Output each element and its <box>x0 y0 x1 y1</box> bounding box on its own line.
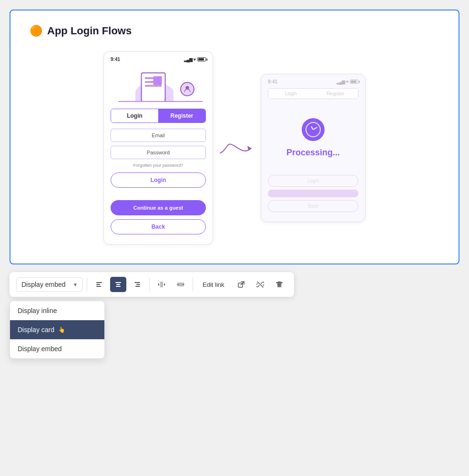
width-full-icon <box>177 281 184 288</box>
dropdown-item-inline[interactable]: Display inline <box>10 301 104 320</box>
svg-rect-9 <box>136 284 140 285</box>
svg-rect-17 <box>278 284 279 286</box>
phone-frame-2: 9:41 ▂▄▆ ▾ Login Register <box>261 74 366 222</box>
toolbar-divider-3 <box>193 278 193 291</box>
align-left-button[interactable] <box>91 277 107 292</box>
faded-tab-register: Register <box>313 89 358 99</box>
app-emoji: 🟠 <box>30 25 42 37</box>
delete-button[interactable] <box>271 277 287 292</box>
illus-person <box>180 82 194 96</box>
time-1: 9:41 <box>111 57 120 62</box>
password-field[interactable]: Password <box>111 146 206 159</box>
illus-line <box>118 101 203 102</box>
login-illustration <box>104 66 213 109</box>
dropdown-label: Display embed <box>21 281 66 288</box>
back-button-1[interactable]: Back <box>111 219 206 234</box>
clock-face <box>306 122 321 137</box>
toolbar-divider-2 <box>149 278 150 291</box>
svg-rect-13 <box>164 284 165 285</box>
login-button[interactable]: Login <box>111 172 206 188</box>
svg-rect-8 <box>134 282 140 283</box>
clock-hand-min <box>313 127 318 130</box>
statusbar-2: 9:41 ▂▄▆ ▾ <box>261 79 365 88</box>
faded-guest-btn <box>268 190 358 197</box>
faded-tab-row: Login Register <box>268 88 358 99</box>
unlink-button[interactable] <box>252 277 268 292</box>
statusbar-icons-1: ▂▄▆ ▾ <box>184 57 206 62</box>
open-link-button[interactable] <box>233 277 249 292</box>
width-narrow-icon <box>158 281 165 288</box>
align-center-icon <box>114 281 122 288</box>
illus-doc <box>141 72 166 102</box>
align-right-icon <box>133 281 141 288</box>
svg-rect-11 <box>160 282 163 287</box>
svg-rect-18 <box>279 284 280 286</box>
time-2: 9:41 <box>268 79 277 84</box>
email-field[interactable]: Email <box>111 129 206 142</box>
align-right-button[interactable] <box>129 277 145 292</box>
edit-link-button[interactable]: Edit link <box>197 277 230 292</box>
login-form: Login Register Email Password Forgotten … <box>104 109 213 192</box>
doc-line-3 <box>145 85 162 87</box>
faded-login-btn: Login <box>268 175 358 187</box>
svg-rect-10 <box>135 286 140 287</box>
align-left-icon <box>95 281 103 288</box>
processing-text: Processing... <box>286 148 340 158</box>
battery-icon <box>197 57 206 61</box>
svg-rect-12 <box>158 284 159 285</box>
svg-rect-6 <box>116 284 120 285</box>
align-center-button[interactable] <box>110 277 126 292</box>
doc-square <box>153 76 162 85</box>
toolbar-divider-1 <box>87 278 87 291</box>
svg-rect-3 <box>96 284 100 285</box>
toolbar: Display embed ▼ <box>10 272 294 297</box>
unlink-icon <box>256 281 264 288</box>
tab-row-1: Login Register <box>111 109 206 123</box>
chevron-down-icon: ▼ <box>73 282 78 287</box>
tab-register[interactable]: Register <box>158 109 205 122</box>
embed-title: 🟠 App Login Flows <box>30 25 439 37</box>
faded-tab-login: Login <box>268 89 313 99</box>
phone-frame-1: 9:41 ▂▄▆ ▾ <box>103 51 213 244</box>
clock-icon <box>302 118 325 141</box>
svg-rect-16 <box>276 282 283 283</box>
frames-area: 9:41 ▂▄▆ ▾ <box>30 51 439 244</box>
dropdown-menu: Display inline Display card 👆 Display em… <box>10 301 105 359</box>
cursor-hand-icon: 👆 <box>58 326 65 333</box>
signal-icon-2: ▂▄▆ <box>336 80 345 84</box>
delete-icon <box>275 281 283 288</box>
forgot-password-text[interactable]: Forgotten your password? <box>111 163 206 168</box>
arrow-connector <box>213 136 261 160</box>
signal-icon: ▂▄▆ <box>184 57 192 62</box>
dropdown-item-embed[interactable]: Display embed <box>10 339 104 358</box>
wifi-icon-2: ▾ <box>346 79 348 84</box>
tab-login[interactable]: Login <box>111 109 158 122</box>
svg-rect-7 <box>116 286 121 287</box>
svg-rect-2 <box>96 282 102 283</box>
guest-button[interactable]: Continue as a guest <box>111 200 206 215</box>
display-type-dropdown[interactable]: Display embed ▼ <box>16 277 83 292</box>
page-title: App Login Flows <box>47 25 132 37</box>
embed-card: 🟠 App Login Flows 9:41 ▂▄▆ ▾ <box>10 10 459 264</box>
toolbar-area: Display embed ▼ <box>10 272 294 299</box>
processing-area: Processing... <box>261 104 365 175</box>
svg-rect-4 <box>96 286 101 287</box>
width-full-button[interactable] <box>173 277 189 292</box>
width-narrow-button[interactable] <box>153 277 170 292</box>
faded-back-btn: Back <box>268 200 358 212</box>
statusbar-1: 9:41 ▂▄▆ ▾ <box>104 57 213 66</box>
battery-icon-2 <box>350 80 358 84</box>
dropdown-item-card[interactable]: Display card 👆 <box>10 320 104 339</box>
svg-rect-5 <box>115 282 121 283</box>
wifi-icon: ▾ <box>194 57 196 62</box>
open-link-icon <box>237 281 245 288</box>
